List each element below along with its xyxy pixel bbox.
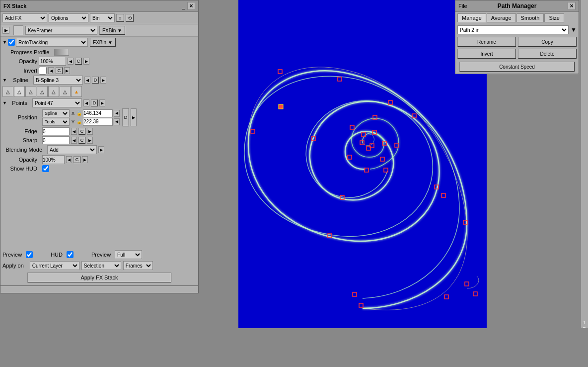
- spline-nav-right[interactable]: ▶: [100, 77, 106, 84]
- edge-nav-left[interactable]: ◀: [71, 128, 77, 135]
- pm-rename-copy-row: Rename Copy: [455, 36, 579, 48]
- edge-c-btn[interactable]: C: [78, 128, 85, 135]
- current-layer-select[interactable]: Current Layer: [30, 261, 79, 270]
- options-select[interactable]: Options: [49, 13, 88, 22]
- position-row: Position Spline X 🔒 ◀ Tools Y 🔒 ◀: [0, 108, 198, 127]
- spline-select[interactable]: B-Spline 3: [33, 76, 83, 85]
- blending-nav-right[interactable]: ▶: [98, 146, 104, 153]
- pm-delete-btn[interactable]: Delete: [518, 49, 577, 59]
- rototrack-fxbin[interactable]: FXBin ▼: [90, 38, 116, 47]
- rototrack-select[interactable]: RotoTracking: [16, 38, 88, 47]
- position-d-btn[interactable]: D: [122, 108, 129, 126]
- hud-label: HUD: [51, 252, 63, 258]
- rototrack-collapse[interactable]: ▼: [2, 40, 7, 45]
- fx-stack-title: FX Stack: [3, 3, 26, 9]
- invert-nav-right[interactable]: ▶: [64, 67, 70, 74]
- fx-toolbar: Add FX Options Bin ≡ ⟲: [0, 12, 198, 24]
- bin-select[interactable]: Bin: [90, 13, 115, 22]
- position-nav-right[interactable]: ▶: [131, 108, 137, 126]
- opacity-nav-right[interactable]: ▶: [83, 58, 89, 65]
- y-value[interactable]: [83, 118, 113, 126]
- x-value[interactable]: [83, 109, 113, 117]
- opacity-c-btn[interactable]: C: [75, 58, 82, 65]
- spline-icon-7[interactable]: ▲: [71, 86, 82, 97]
- keyframer-play[interactable]: ▶: [2, 27, 9, 34]
- hud-checkbox[interactable]: [67, 251, 74, 258]
- spline-icon-2[interactable]: △: [14, 86, 25, 97]
- points-d-btn[interactable]: D: [91, 99, 98, 106]
- points-nav-left[interactable]: ◀: [83, 99, 89, 106]
- spline-icon-1[interactable]: △: [2, 86, 13, 97]
- spline-d-btn[interactable]: D: [92, 77, 99, 84]
- spline-section-collapse[interactable]: ▼: [2, 78, 7, 83]
- pm-file-menu[interactable]: File: [458, 3, 467, 9]
- preview-checkbox[interactable]: [26, 251, 33, 258]
- invert-c-btn[interactable]: C: [56, 67, 63, 74]
- keyframer-select[interactable]: KeyFramer: [25, 26, 97, 35]
- spline-icon-6[interactable]: △: [60, 86, 71, 97]
- opacity-label: Opacity: [2, 58, 37, 64]
- pm-tab-manage[interactable]: Manage: [457, 13, 486, 22]
- pm-tab-smooth[interactable]: Smooth: [516, 13, 544, 22]
- spline-nav-left[interactable]: ◀: [84, 77, 90, 84]
- preview-label: Preview: [2, 252, 22, 258]
- opacity2-c-btn[interactable]: C: [74, 156, 80, 163]
- apply-fx-button[interactable]: Apply FX Stack: [27, 273, 171, 282]
- show-hud-checkbox[interactable]: [42, 165, 49, 172]
- opacity2-input[interactable]: [42, 155, 65, 164]
- keyframer-fxbin[interactable]: FXBin ▼: [99, 26, 125, 35]
- spline-icon-4[interactable]: △: [37, 86, 48, 97]
- pm-invert-btn[interactable]: Invert: [457, 49, 516, 59]
- selection-select[interactable]: Selection: [81, 261, 121, 270]
- right-label-1: 1: [583, 320, 586, 325]
- spline-icon-5[interactable]: △: [48, 86, 59, 97]
- rototracking-row: ▼ RotoTracking FXBin ▼: [0, 37, 198, 48]
- edge-label: Edge: [2, 128, 37, 134]
- opacity2-nav-right[interactable]: ▶: [82, 156, 88, 163]
- opacity-nav-left[interactable]: ◀: [68, 58, 74, 65]
- blending-mode-row: Blending Mode Add ▶: [0, 145, 198, 155]
- path-dropdown-arrow[interactable]: ▼: [571, 26, 577, 33]
- position-tools-select[interactable]: Tools: [42, 118, 70, 126]
- show-hud-row: Show HUD: [0, 165, 198, 173]
- fx-stack-close[interactable]: ×: [187, 2, 195, 10]
- svg-rect-3: [441, 193, 445, 197]
- blending-mode-select[interactable]: Add: [47, 145, 97, 154]
- add-fx-select[interactable]: Add FX: [2, 13, 47, 22]
- path-select[interactable]: Path 2 in: [457, 25, 569, 34]
- pm-tab-average[interactable]: Average: [487, 13, 516, 22]
- edge-nav-right[interactable]: ▶: [87, 128, 93, 135]
- spline-icon-3[interactable]: △: [25, 86, 36, 97]
- sharp-nav-right[interactable]: ▶: [87, 137, 93, 144]
- frames-select[interactable]: Frames: [123, 261, 153, 270]
- opacity-input[interactable]: [39, 57, 66, 66]
- points-select[interactable]: Point 47: [32, 98, 82, 107]
- points-collapse[interactable]: ▼: [2, 100, 7, 105]
- fx-bottom-bar: Preview HUD Preview Full Apply on Curren…: [0, 248, 199, 286]
- x-nav-left[interactable]: ◀: [114, 110, 120, 117]
- toolbar-icon-2[interactable]: ⟲: [126, 14, 134, 22]
- path-manager-close[interactable]: ×: [568, 2, 576, 10]
- rototrack-checkbox[interactable]: [8, 39, 15, 46]
- points-nav-right[interactable]: ▶: [99, 99, 105, 106]
- preview-value-select[interactable]: Full: [115, 250, 142, 259]
- pm-rename-btn[interactable]: Rename: [457, 37, 516, 47]
- y-nav-left[interactable]: ◀: [114, 118, 120, 125]
- progress-profile-box[interactable]: [54, 49, 69, 56]
- pm-copy-btn[interactable]: Copy: [518, 37, 577, 47]
- progress-profile-row: Progress Profile: [0, 48, 198, 56]
- invert-nav-left[interactable]: ◀: [48, 67, 54, 74]
- opacity2-nav-left[interactable]: ◀: [66, 156, 72, 163]
- position-spline-select[interactable]: Spline: [42, 109, 70, 117]
- sharp-nav-left[interactable]: ◀: [71, 137, 77, 144]
- pm-tab-size[interactable]: Size: [544, 13, 564, 22]
- x-label: X: [71, 111, 75, 116]
- edge-input[interactable]: [42, 127, 70, 135]
- fx-stack-minimize[interactable]: _: [182, 2, 185, 9]
- pm-constant-speed-btn[interactable]: Constant Speed: [459, 62, 575, 72]
- position-label: Position: [2, 114, 37, 120]
- sharp-c-btn[interactable]: C: [78, 137, 85, 144]
- invert-checkbox[interactable]: [39, 67, 47, 75]
- sharp-input[interactable]: [42, 136, 70, 144]
- toolbar-icon-1[interactable]: ≡: [116, 14, 124, 22]
